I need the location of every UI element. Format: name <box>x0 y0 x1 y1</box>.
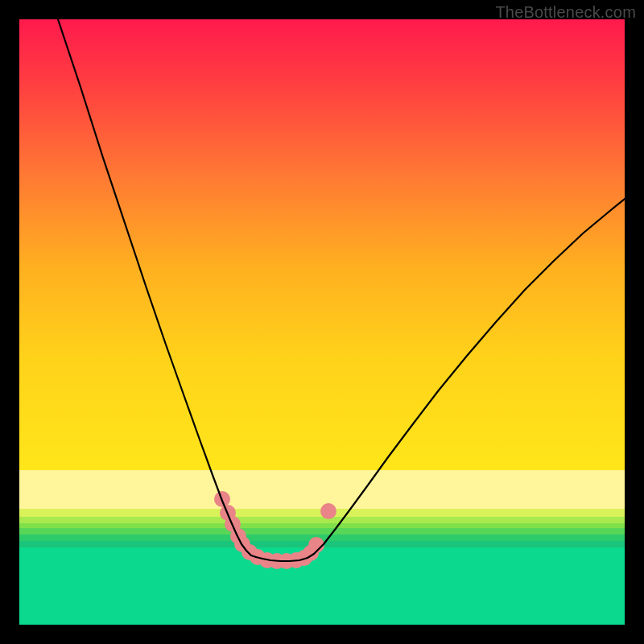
plot-area <box>19 19 625 625</box>
band-green-3 <box>19 535 625 541</box>
band-yellow-green <box>19 509 625 517</box>
band-green-2 <box>19 528 625 535</box>
gradient-upper <box>19 19 625 470</box>
band-lime <box>19 517 625 523</box>
chart-frame: TheBottleneck.com <box>0 0 644 644</box>
band-pale-yellow <box>19 470 625 509</box>
band-green-4 <box>19 541 625 547</box>
watermark-text: TheBottleneck.com <box>495 3 636 22</box>
band-emerald <box>19 547 625 625</box>
